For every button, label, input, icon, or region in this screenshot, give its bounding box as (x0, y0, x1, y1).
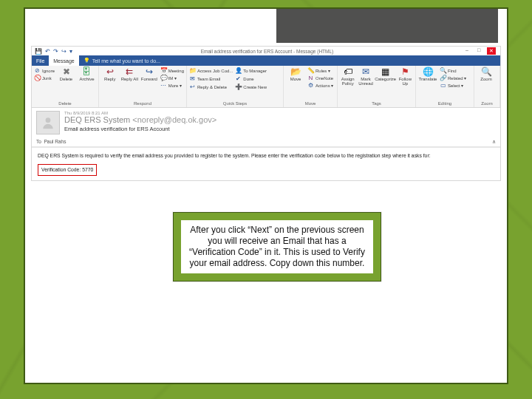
minimize-button[interactable]: – (463, 47, 471, 55)
tell-me-search[interactable]: 💡 Tell me what you want to do... (79, 55, 165, 66)
rules-button[interactable]: 📏Rules ▾ (307, 67, 333, 74)
save-icon[interactable]: 💾 (35, 48, 42, 55)
to-field: To Paul Rahs (36, 139, 66, 145)
tab-message[interactable]: Message (49, 55, 78, 66)
group-label-quicksteps: Quick Steps (187, 101, 283, 107)
group-label-zoom: Zoom (474, 101, 499, 107)
group-label-delete: Delete (32, 101, 98, 107)
meeting-button[interactable]: 📅Meeting (160, 67, 184, 74)
quickstep-f[interactable]: ➕Create New (235, 83, 267, 90)
assign-policy-button[interactable]: 🏷Assign Policy (340, 67, 355, 86)
forward-button[interactable]: ↪Forward (140, 67, 158, 81)
quickstep-b[interactable]: ✉Team Email (189, 75, 233, 82)
to-value: Paul Rahs (44, 139, 66, 144)
find-button[interactable]: 🔍Find (440, 67, 466, 74)
forward-icon[interactable]: ↪ (61, 48, 66, 55)
mark-unread-button[interactable]: ✉Mark Unread (358, 67, 373, 86)
related-button[interactable]: 🔗Related ▾ (440, 75, 466, 81)
tab-file[interactable]: File (32, 55, 49, 66)
header-collapse-icon[interactable]: ∧ (492, 139, 496, 145)
group-label-respond: Respond (99, 101, 186, 107)
group-label-tags: Tags (338, 101, 415, 107)
message-body: DEQ ERS System is required to verify the… (32, 148, 500, 180)
im-button[interactable]: 💬IM ▾ (160, 75, 184, 81)
group-label-move: Move (284, 101, 337, 107)
categorize-button[interactable]: ▦Categorize (376, 67, 395, 81)
instruction-callout: After you click “Next” on the previous s… (173, 212, 381, 282)
close-button[interactable]: ✕ (487, 47, 496, 55)
outlook-window: 💾 ↶ ↷ ↪ ▾ Email address verification for… (31, 46, 501, 181)
body-text: DEQ ERS System is required to verify the… (38, 152, 494, 160)
verification-code-highlight: Verification Code: 5770 (38, 164, 97, 176)
reply-button[interactable]: ↩Reply (101, 67, 119, 81)
respond-more-button[interactable]: ⋯More ▾ (160, 82, 184, 89)
qat-dropdown-icon[interactable]: ▾ (69, 48, 72, 55)
slide-frame: 💾 ↶ ↷ ↪ ▾ Email address verification for… (24, 7, 508, 384)
follow-up-button[interactable]: ⚑Follow Up (398, 67, 413, 86)
ignore-button[interactable]: ⊘Ignore (34, 67, 55, 74)
redo-icon[interactable]: ↷ (53, 48, 58, 55)
actions-button[interactable]: ⚙Actions ▾ (307, 82, 333, 89)
to-label: To (36, 139, 41, 144)
undo-icon[interactable]: ↶ (45, 48, 50, 55)
sender-avatar (36, 111, 60, 134)
delete-button[interactable]: ✖Delete (57, 67, 75, 81)
ribbon: ⊘Ignore 🚫Junk ✖Delete 🗄Archive Delete ↩R… (32, 66, 500, 108)
lightbulb-icon: 💡 (83, 58, 90, 64)
archive-button[interactable]: 🗄Archive (78, 67, 96, 81)
group-label-editing: Editing (416, 101, 474, 107)
select-button[interactable]: ▭Select ▾ (440, 82, 466, 89)
translate-button[interactable]: 🌐Translate (418, 67, 437, 81)
quickstep-c[interactable]: ↩Reply & Delete (189, 83, 233, 90)
move-button[interactable]: 📂Move (286, 67, 305, 81)
quickstep-a[interactable]: 📁Access Job Cod... (189, 67, 233, 74)
verification-code-text: Verification Code: 5770 (41, 167, 93, 172)
message-header: Thu 8/9/2019 8:21 AM DEQ ERS System <nor… (32, 108, 500, 137)
quickstep-e[interactable]: ✔Done (235, 75, 267, 82)
quickstep-d[interactable]: 👤To Manager (235, 67, 267, 74)
instruction-text: After you click “Next” on the previous s… (181, 220, 373, 273)
from-email: <noreply@deq.ok.gov> (132, 115, 216, 124)
maximize-button[interactable]: □ (475, 47, 482, 55)
svg-point-0 (46, 117, 51, 123)
onenote-button[interactable]: NOneNote (307, 75, 333, 81)
junk-button[interactable]: 🚫Junk (34, 75, 55, 81)
window-title: Email address verification for ERS Accou… (75, 49, 459, 54)
subject-line: Email address verification for ERS Accou… (64, 126, 496, 132)
zoom-button[interactable]: 🔍Zoom (477, 67, 496, 81)
title-bar: 💾 ↶ ↷ ↪ ▾ Email address verification for… (32, 47, 500, 55)
reply-all-button[interactable]: ⇇Reply All (121, 67, 139, 81)
ribbon-tabs: File Message 💡 Tell me what you want to … (32, 55, 500, 66)
from-name: DEQ ERS System (64, 115, 130, 124)
quick-access-toolbar: 💾 ↶ ↷ ↪ ▾ (32, 48, 75, 55)
from-line: DEQ ERS System <noreply@deq.ok.gov> (64, 115, 496, 124)
title-band (276, 9, 498, 43)
tell-me-placeholder: Tell me what you want to do... (92, 58, 160, 64)
